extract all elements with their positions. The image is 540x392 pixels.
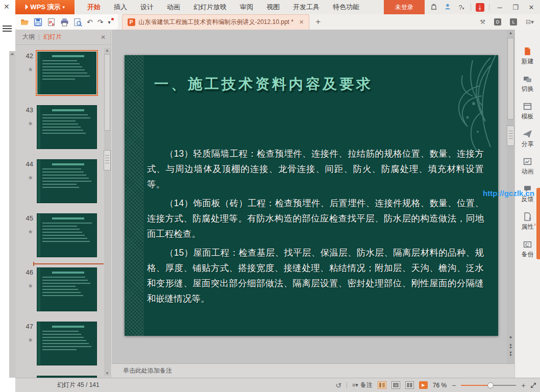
- scrollbar-thumb[interactable]: [104, 54, 110, 131]
- next-slide-button[interactable]: ▼▼: [509, 351, 512, 356]
- panel-scrollbar[interactable]: ▲ ▼: [104, 48, 110, 376]
- new-tab-button[interactable]: +: [315, 17, 321, 27]
- zoom-in-button[interactable]: +: [521, 381, 525, 389]
- skin-icon[interactable]: [443, 3, 452, 12]
- slide-title[interactable]: 一、施工技术资料内容及要求: [154, 75, 373, 94]
- splitter-grip[interactable]: [507, 126, 514, 146]
- slide-thumbnail-44[interactable]: 44★: [15, 159, 104, 204]
- slide-sorter-icon[interactable]: [391, 381, 400, 389]
- sidebar-item-backup[interactable]: 备份: [522, 240, 534, 259]
- quickbar-right-icons: ⚒ D L ⊟▾: [480, 18, 540, 26]
- open-folder-icon[interactable]: [20, 18, 29, 27]
- slide-number: 43: [26, 106, 33, 114]
- download-icon[interactable]: ⭳: [476, 3, 484, 12]
- sidebar-item-share[interactable]: 分享: [522, 130, 534, 149]
- slide-thumbnail-42[interactable]: 42★: [15, 51, 104, 96]
- history-icon[interactable]: ↺: [335, 381, 341, 389]
- help-icon[interactable]: ?▾: [457, 4, 466, 11]
- wps-app-menu-button[interactable]: ⏵ WPS 演示 ▾: [15, 0, 75, 14]
- tab-view[interactable]: 视图: [260, 0, 286, 14]
- tools-icon[interactable]: ⚒: [480, 18, 485, 26]
- tab-review[interactable]: 审阅: [233, 0, 260, 14]
- previous-slide-button[interactable]: ▲▲: [509, 343, 512, 348]
- notes-toggle[interactable]: ≡▾ 备注: [352, 381, 373, 389]
- scroll-up-icon[interactable]: ▲: [507, 31, 514, 35]
- undo-icon[interactable]: ↶: [87, 18, 93, 27]
- tasks-icon[interactable]: L: [510, 18, 517, 26]
- slideshow-icon[interactable]: ▶: [419, 381, 428, 389]
- zoom-slider-knob[interactable]: [487, 382, 494, 388]
- slide-45[interactable]: 一、施工技术资料内容及要求 （13）轻质隔墙工程：检查预埋件、连接件、拉结筋的规…: [125, 55, 498, 336]
- scroll-down-icon[interactable]: ▼: [509, 336, 513, 340]
- tab-insert[interactable]: 插入: [107, 0, 134, 14]
- normal-view-icon[interactable]: [378, 381, 386, 389]
- tab-developer[interactable]: 开发工具: [286, 0, 326, 14]
- scroll-down-icon[interactable]: ▼: [104, 371, 110, 376]
- slide-thumbnail-46[interactable]: 46★: [15, 267, 104, 312]
- new-file-icon: [523, 47, 532, 56]
- zoom-slider[interactable]: [461, 382, 516, 389]
- slide-left-pattern: [125, 55, 144, 336]
- tab-home[interactable]: 开始: [81, 0, 107, 14]
- sidebar-item-new[interactable]: 新建: [522, 47, 534, 66]
- redo-icon[interactable]: ↷: [97, 18, 104, 27]
- docer-icon[interactable]: D: [494, 18, 501, 26]
- document-tab[interactable]: P 山东省建筑工程施工技术资料编制示例讲义-2012.10.ppt * ✕: [122, 14, 310, 30]
- slide-thumbnail-43[interactable]: 43★: [15, 105, 104, 150]
- panel-toggle-icon[interactable]: ⊟▾: [526, 18, 534, 26]
- divider: [489, 4, 489, 11]
- close-tab-icon[interactable]: ✕: [297, 19, 304, 26]
- slide-number: 45: [26, 214, 33, 222]
- print-preview-icon[interactable]: [73, 18, 82, 27]
- fit-slide-icon[interactable]: ⤢: [531, 381, 536, 389]
- animation-star-icon: ★: [28, 228, 33, 235]
- zoom-level: 76 %: [433, 382, 447, 389]
- backup-icon: [523, 240, 532, 249]
- tab-design[interactable]: 设计: [134, 0, 160, 14]
- paragraph-13: （13）轻质隔墙工程：检查预埋件、连接件、拉结筋的规格位置、数量、连接方式、与周…: [147, 146, 484, 192]
- tab-slideshow[interactable]: 幻灯片放映: [187, 0, 233, 14]
- close-icon[interactable]: ✕: [4, 3, 10, 11]
- sidebar-expand-arrow[interactable]: ›: [534, 221, 536, 227]
- sidebar-item-template[interactable]: 模板: [522, 102, 534, 121]
- feedback-edge-tab[interactable]: [536, 188, 540, 259]
- scrollbar-thumb[interactable]: [507, 38, 514, 119]
- slide-thumbnail-47[interactable]: 47★: [15, 322, 104, 366]
- sidebar-item-switch[interactable]: 切换: [522, 75, 534, 93]
- properties-icon: [523, 212, 532, 221]
- close-panel-icon[interactable]: ✕: [101, 34, 106, 41]
- sidebar-item-properties[interactable]: 属性: [522, 212, 534, 231]
- customize-caret-icon[interactable]: ▾: [108, 19, 112, 25]
- zoom-out-button[interactable]: −: [452, 381, 456, 389]
- print-icon[interactable]: [60, 18, 69, 27]
- tab-special-features[interactable]: 特色功能: [326, 0, 366, 14]
- tab-outline[interactable]: 大纲: [22, 33, 35, 41]
- current-slide-marker: [33, 263, 104, 264]
- statusbar-right: ↺ ≡▾ 备注 ▶ 76 % − + ⤢: [335, 381, 540, 389]
- ribbon-tabs: 开始 插入 设计 动画 幻灯片放映 审阅 视图 开发工具 特色功能: [81, 0, 366, 14]
- animation-star-icon: ★: [28, 66, 33, 73]
- minimize-icon[interactable]: ─: [494, 4, 505, 11]
- sidebar-item-animation[interactable]: 动画: [522, 157, 534, 176]
- panel-header: 大纲 幻灯片 ✕: [15, 30, 111, 45]
- notes-input[interactable]: 单击此处添加备注: [112, 363, 514, 378]
- scroll-up-icon[interactable]: ▲: [104, 48, 110, 53]
- tab-animation[interactable]: 动画: [160, 0, 187, 14]
- export-pdf-icon[interactable]: P: [47, 18, 56, 27]
- quick-icons: P ↶ ↷ ▾: [15, 14, 118, 30]
- login-button[interactable]: 未登录: [384, 0, 425, 14]
- close-icon[interactable]: ✕: [526, 4, 537, 11]
- shop-bag-icon[interactable]: [429, 3, 438, 12]
- slide-thumbnail-45[interactable]: 45★: [15, 213, 104, 258]
- restore-icon[interactable]: ❐: [510, 4, 521, 11]
- right-sidebar: 新建 切换 模板 分享 动画 反馈: [514, 30, 540, 378]
- hamburger-menu-icon[interactable]: [3, 24, 12, 33]
- splitter-grip[interactable]: [104, 150, 111, 170]
- background-scrollbar[interactable]: [9, 51, 15, 378]
- save-icon[interactable]: [34, 18, 42, 27]
- divider: [347, 382, 347, 388]
- tab-slides[interactable]: 幻灯片: [43, 33, 62, 41]
- reading-view-icon[interactable]: [405, 381, 414, 389]
- animation-star-icon: ★: [28, 336, 33, 344]
- slide-body-text[interactable]: （13）轻质隔墙工程：检查预埋件、连接件、拉结筋的规格位置、数量、连接方式、与周…: [147, 146, 484, 310]
